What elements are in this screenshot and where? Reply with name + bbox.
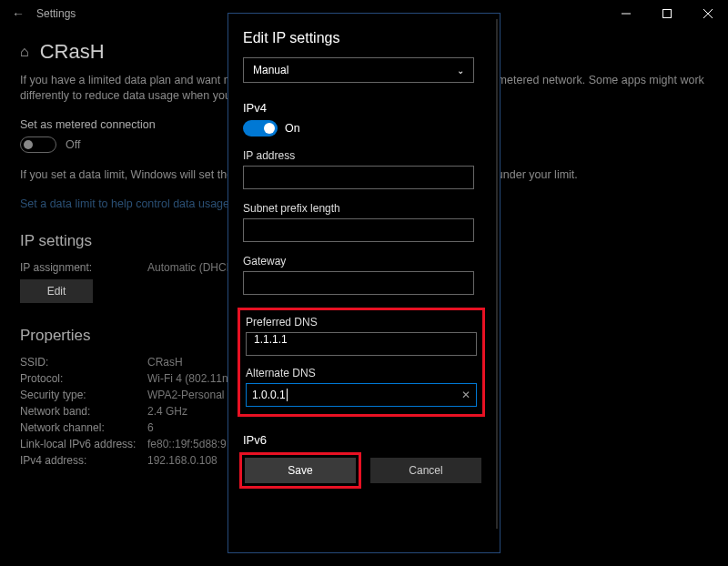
close-icon bbox=[703, 9, 713, 18]
alternate-dns-input[interactable]: 1.0.0.1 ✕ bbox=[246, 383, 477, 407]
edit-button[interactable]: Edit bbox=[20, 279, 93, 303]
alternate-dns-label: Alternate DNS bbox=[246, 367, 477, 379]
dns-highlight: Preferred DNS 1.1.1.1 Alternate DNS 1.0.… bbox=[238, 308, 485, 417]
ipv4-toggle[interactable] bbox=[243, 120, 278, 136]
ipv4-label: IPv4 bbox=[243, 101, 485, 115]
close-button[interactable] bbox=[687, 0, 728, 27]
mode-value: Manual bbox=[253, 64, 288, 76]
svg-rect-1 bbox=[662, 10, 671, 18]
dialog-title: Edit IP settings bbox=[243, 30, 485, 46]
minimize-button[interactable] bbox=[605, 0, 646, 27]
window-title: Settings bbox=[36, 7, 76, 20]
metered-toggle[interactable] bbox=[20, 136, 56, 153]
maximize-icon bbox=[662, 9, 672, 18]
save-highlight: Save bbox=[239, 452, 361, 489]
chevron-down-icon: ⌄ bbox=[457, 66, 464, 76]
preferred-dns-label: Preferred DNS bbox=[246, 316, 477, 328]
mode-select[interactable]: Manual ⌄ bbox=[243, 57, 474, 83]
back-button[interactable]: ← bbox=[0, 6, 36, 21]
ip-assignment-label: IP assignment: bbox=[20, 261, 147, 274]
gateway-label: Gateway bbox=[243, 255, 485, 268]
ip-assignment-value: Automatic (DHCP) bbox=[147, 261, 238, 274]
subnet-label: Subnet prefix length bbox=[243, 202, 485, 215]
save-button[interactable]: Save bbox=[245, 458, 356, 483]
page-title: CRasH bbox=[40, 40, 105, 64]
metered-value: Off bbox=[66, 138, 80, 151]
ip-address-input[interactable] bbox=[243, 166, 474, 189]
ipv4-toggle-value: On bbox=[285, 122, 300, 135]
preferred-dns-input[interactable]: 1.1.1.1 bbox=[246, 332, 477, 356]
subnet-input[interactable] bbox=[243, 218, 474, 242]
gateway-input[interactable] bbox=[243, 271, 474, 295]
edit-ip-dialog: Edit IP settings Manual ⌄ IPv4 On IP add… bbox=[228, 13, 500, 553]
cancel-button[interactable]: Cancel bbox=[370, 458, 481, 483]
home-icon[interactable]: ⌂ bbox=[20, 44, 29, 60]
scrollbar[interactable] bbox=[496, 19, 498, 529]
clear-icon[interactable]: ✕ bbox=[461, 389, 470, 401]
maximize-button[interactable] bbox=[646, 0, 687, 27]
ip-address-label: IP address bbox=[243, 149, 485, 162]
minimize-icon bbox=[622, 9, 631, 18]
ipv6-label: IPv6 bbox=[243, 433, 485, 447]
